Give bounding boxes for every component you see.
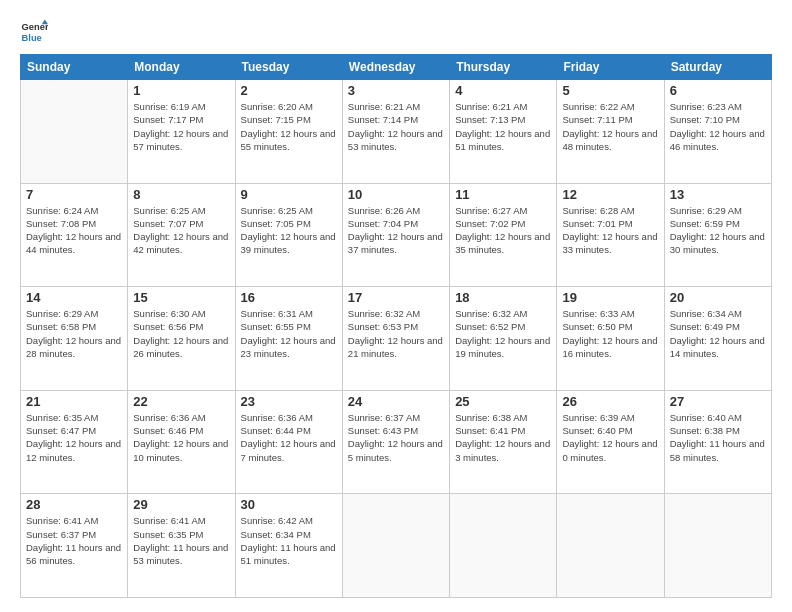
day-info: Sunrise: 6:26 AMSunset: 7:04 PMDaylight:… bbox=[348, 204, 444, 257]
day-info: Sunrise: 6:39 AMSunset: 6:40 PMDaylight:… bbox=[562, 411, 658, 464]
day-info: Sunrise: 6:30 AMSunset: 6:56 PMDaylight:… bbox=[133, 307, 229, 360]
day-number: 12 bbox=[562, 187, 658, 202]
day-number: 11 bbox=[455, 187, 551, 202]
logo-icon: General Blue bbox=[20, 18, 48, 46]
day-cell: 7Sunrise: 6:24 AMSunset: 7:08 PMDaylight… bbox=[21, 183, 128, 287]
day-cell: 17Sunrise: 6:32 AMSunset: 6:53 PMDayligh… bbox=[342, 287, 449, 391]
day-cell bbox=[557, 494, 664, 598]
day-number: 8 bbox=[133, 187, 229, 202]
day-number: 19 bbox=[562, 290, 658, 305]
col-header-wednesday: Wednesday bbox=[342, 55, 449, 80]
day-info: Sunrise: 6:36 AMSunset: 6:44 PMDaylight:… bbox=[241, 411, 337, 464]
day-info: Sunrise: 6:25 AMSunset: 7:07 PMDaylight:… bbox=[133, 204, 229, 257]
day-info: Sunrise: 6:29 AMSunset: 6:59 PMDaylight:… bbox=[670, 204, 766, 257]
day-cell bbox=[342, 494, 449, 598]
day-cell: 20Sunrise: 6:34 AMSunset: 6:49 PMDayligh… bbox=[664, 287, 771, 391]
day-cell: 13Sunrise: 6:29 AMSunset: 6:59 PMDayligh… bbox=[664, 183, 771, 287]
day-info: Sunrise: 6:27 AMSunset: 7:02 PMDaylight:… bbox=[455, 204, 551, 257]
day-info: Sunrise: 6:32 AMSunset: 6:53 PMDaylight:… bbox=[348, 307, 444, 360]
day-info: Sunrise: 6:29 AMSunset: 6:58 PMDaylight:… bbox=[26, 307, 122, 360]
day-info: Sunrise: 6:33 AMSunset: 6:50 PMDaylight:… bbox=[562, 307, 658, 360]
day-cell: 24Sunrise: 6:37 AMSunset: 6:43 PMDayligh… bbox=[342, 390, 449, 494]
day-number: 27 bbox=[670, 394, 766, 409]
col-header-sunday: Sunday bbox=[21, 55, 128, 80]
day-cell: 18Sunrise: 6:32 AMSunset: 6:52 PMDayligh… bbox=[450, 287, 557, 391]
day-cell bbox=[664, 494, 771, 598]
day-number: 9 bbox=[241, 187, 337, 202]
day-number: 26 bbox=[562, 394, 658, 409]
col-header-thursday: Thursday bbox=[450, 55, 557, 80]
day-cell: 29Sunrise: 6:41 AMSunset: 6:35 PMDayligh… bbox=[128, 494, 235, 598]
day-cell: 15Sunrise: 6:30 AMSunset: 6:56 PMDayligh… bbox=[128, 287, 235, 391]
day-number: 7 bbox=[26, 187, 122, 202]
col-header-monday: Monday bbox=[128, 55, 235, 80]
calendar-header-row: SundayMondayTuesdayWednesdayThursdayFrid… bbox=[21, 55, 772, 80]
day-info: Sunrise: 6:24 AMSunset: 7:08 PMDaylight:… bbox=[26, 204, 122, 257]
day-number: 2 bbox=[241, 83, 337, 98]
day-number: 28 bbox=[26, 497, 122, 512]
day-number: 15 bbox=[133, 290, 229, 305]
day-number: 5 bbox=[562, 83, 658, 98]
day-cell: 27Sunrise: 6:40 AMSunset: 6:38 PMDayligh… bbox=[664, 390, 771, 494]
day-number: 1 bbox=[133, 83, 229, 98]
day-cell: 8Sunrise: 6:25 AMSunset: 7:07 PMDaylight… bbox=[128, 183, 235, 287]
day-cell: 26Sunrise: 6:39 AMSunset: 6:40 PMDayligh… bbox=[557, 390, 664, 494]
day-cell: 21Sunrise: 6:35 AMSunset: 6:47 PMDayligh… bbox=[21, 390, 128, 494]
day-cell: 3Sunrise: 6:21 AMSunset: 7:14 PMDaylight… bbox=[342, 80, 449, 184]
day-cell: 11Sunrise: 6:27 AMSunset: 7:02 PMDayligh… bbox=[450, 183, 557, 287]
day-info: Sunrise: 6:31 AMSunset: 6:55 PMDaylight:… bbox=[241, 307, 337, 360]
day-number: 24 bbox=[348, 394, 444, 409]
day-info: Sunrise: 6:25 AMSunset: 7:05 PMDaylight:… bbox=[241, 204, 337, 257]
day-number: 13 bbox=[670, 187, 766, 202]
day-info: Sunrise: 6:21 AMSunset: 7:13 PMDaylight:… bbox=[455, 100, 551, 153]
day-cell: 5Sunrise: 6:22 AMSunset: 7:11 PMDaylight… bbox=[557, 80, 664, 184]
day-info: Sunrise: 6:20 AMSunset: 7:15 PMDaylight:… bbox=[241, 100, 337, 153]
day-number: 10 bbox=[348, 187, 444, 202]
day-info: Sunrise: 6:35 AMSunset: 6:47 PMDaylight:… bbox=[26, 411, 122, 464]
day-info: Sunrise: 6:42 AMSunset: 6:34 PMDaylight:… bbox=[241, 514, 337, 567]
day-cell: 2Sunrise: 6:20 AMSunset: 7:15 PMDaylight… bbox=[235, 80, 342, 184]
col-header-saturday: Saturday bbox=[664, 55, 771, 80]
day-cell: 28Sunrise: 6:41 AMSunset: 6:37 PMDayligh… bbox=[21, 494, 128, 598]
day-info: Sunrise: 6:36 AMSunset: 6:46 PMDaylight:… bbox=[133, 411, 229, 464]
day-cell: 16Sunrise: 6:31 AMSunset: 6:55 PMDayligh… bbox=[235, 287, 342, 391]
day-number: 25 bbox=[455, 394, 551, 409]
day-cell: 6Sunrise: 6:23 AMSunset: 7:10 PMDaylight… bbox=[664, 80, 771, 184]
week-row-5: 28Sunrise: 6:41 AMSunset: 6:37 PMDayligh… bbox=[21, 494, 772, 598]
day-info: Sunrise: 6:23 AMSunset: 7:10 PMDaylight:… bbox=[670, 100, 766, 153]
day-number: 22 bbox=[133, 394, 229, 409]
day-number: 29 bbox=[133, 497, 229, 512]
day-cell: 1Sunrise: 6:19 AMSunset: 7:17 PMDaylight… bbox=[128, 80, 235, 184]
day-info: Sunrise: 6:19 AMSunset: 7:17 PMDaylight:… bbox=[133, 100, 229, 153]
calendar-table: SundayMondayTuesdayWednesdayThursdayFrid… bbox=[20, 54, 772, 598]
day-number: 14 bbox=[26, 290, 122, 305]
day-number: 16 bbox=[241, 290, 337, 305]
day-info: Sunrise: 6:22 AMSunset: 7:11 PMDaylight:… bbox=[562, 100, 658, 153]
day-cell: 23Sunrise: 6:36 AMSunset: 6:44 PMDayligh… bbox=[235, 390, 342, 494]
week-row-1: 1Sunrise: 6:19 AMSunset: 7:17 PMDaylight… bbox=[21, 80, 772, 184]
day-info: Sunrise: 6:41 AMSunset: 6:35 PMDaylight:… bbox=[133, 514, 229, 567]
day-number: 4 bbox=[455, 83, 551, 98]
day-cell: 25Sunrise: 6:38 AMSunset: 6:41 PMDayligh… bbox=[450, 390, 557, 494]
page: General Blue SundayMondayTuesdayWednesda… bbox=[0, 0, 792, 612]
day-cell: 22Sunrise: 6:36 AMSunset: 6:46 PMDayligh… bbox=[128, 390, 235, 494]
day-cell: 30Sunrise: 6:42 AMSunset: 6:34 PMDayligh… bbox=[235, 494, 342, 598]
day-cell: 10Sunrise: 6:26 AMSunset: 7:04 PMDayligh… bbox=[342, 183, 449, 287]
day-info: Sunrise: 6:34 AMSunset: 6:49 PMDaylight:… bbox=[670, 307, 766, 360]
day-info: Sunrise: 6:38 AMSunset: 6:41 PMDaylight:… bbox=[455, 411, 551, 464]
day-number: 20 bbox=[670, 290, 766, 305]
day-info: Sunrise: 6:41 AMSunset: 6:37 PMDaylight:… bbox=[26, 514, 122, 567]
day-cell: 14Sunrise: 6:29 AMSunset: 6:58 PMDayligh… bbox=[21, 287, 128, 391]
day-number: 30 bbox=[241, 497, 337, 512]
day-cell bbox=[450, 494, 557, 598]
day-number: 6 bbox=[670, 83, 766, 98]
day-number: 3 bbox=[348, 83, 444, 98]
svg-text:Blue: Blue bbox=[22, 33, 42, 43]
day-cell: 9Sunrise: 6:25 AMSunset: 7:05 PMDaylight… bbox=[235, 183, 342, 287]
day-info: Sunrise: 6:32 AMSunset: 6:52 PMDaylight:… bbox=[455, 307, 551, 360]
day-info: Sunrise: 6:40 AMSunset: 6:38 PMDaylight:… bbox=[670, 411, 766, 464]
logo: General Blue bbox=[20, 18, 52, 46]
day-cell bbox=[21, 80, 128, 184]
week-row-2: 7Sunrise: 6:24 AMSunset: 7:08 PMDaylight… bbox=[21, 183, 772, 287]
col-header-friday: Friday bbox=[557, 55, 664, 80]
